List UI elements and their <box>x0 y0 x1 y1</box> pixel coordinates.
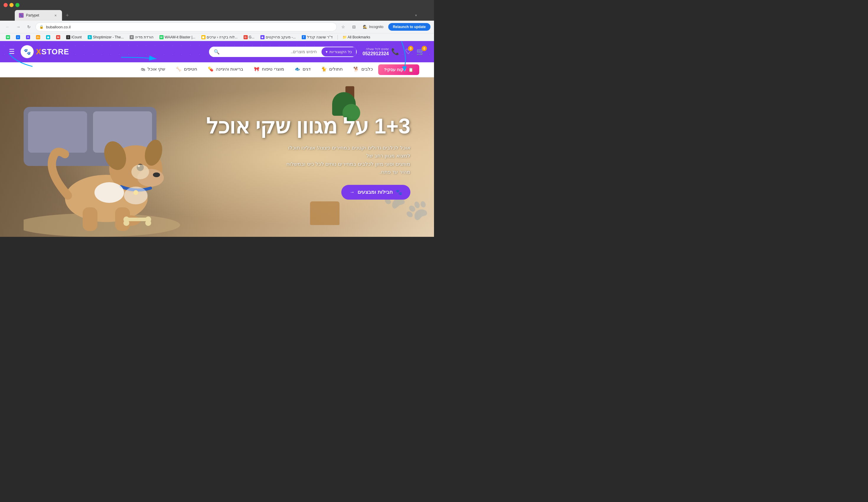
bookmarks-separator <box>338 35 338 40</box>
luach-label: לוח בקרה ‹ ערכים... <box>207 35 238 39</box>
phone-label: זמינים לכל שאלה <box>363 47 389 51</box>
nav-item-snacks[interactable]: חטיפים 🦴 <box>170 62 203 77</box>
business-label: לקוח עסקי? <box>384 67 406 72</box>
tab-expand-button[interactable]: ▾ <box>413 10 419 21</box>
forward-button[interactable]: → <box>14 23 22 31</box>
cta-paw-icon: 🐾 <box>396 189 402 195</box>
browser-chrome: 🐾 Partypet ✕ + ▾ ← → ↻ 🔒 buballoon.co.il <box>0 0 434 41</box>
docs-favicon: ≡ <box>16 35 20 39</box>
ext2-favicon: ◉ <box>46 35 50 39</box>
hamburger-menu[interactable]: ☰ <box>9 48 15 55</box>
svg-point-13 <box>131 164 149 179</box>
cats-label: חתולים <box>329 66 343 72</box>
refresh-icon: ↻ <box>27 24 31 29</box>
logo-icon: 🐾 <box>21 45 34 58</box>
hero-title: 1+3 על מגוון שקי אוכל <box>206 115 410 138</box>
basket-decoration <box>310 202 340 225</box>
bookmarks-bar: W ≡ ✦ 21 ◉ M i iCount S Shopti <box>0 33 434 41</box>
svg-point-23 <box>94 182 124 203</box>
bookmark-whatsapp[interactable]: W <box>3 34 12 40</box>
bookmark-shoptimizer[interactable]: S Shoptimizer - The... <box>85 34 126 40</box>
bookmark-waam[interactable]: W WAAM-it Blaster |... <box>157 34 198 40</box>
search-input[interactable] <box>224 47 321 57</box>
hero-banner: 1+3 על מגוון שקי אוכל אוכל לכלבים גדולים… <box>0 78 434 237</box>
category-text: כל הקטגוריות <box>330 50 352 54</box>
address-bar[interactable]: 🔒 buballoon.co.il <box>35 22 337 31</box>
bookmark-facebook[interactable]: f ד"ר שושנה קנדל <box>299 34 335 40</box>
bookmark-docs[interactable]: ≡ <box>13 34 22 40</box>
star-button[interactable]: ☆ <box>339 23 348 31</box>
hero-subtitle-line1: אוכל לכלבים גדולים וקטנים במחירים פצצה! … <box>288 145 410 158</box>
dog-illustration <box>24 83 189 237</box>
bookmark-calendar[interactable]: 21 <box>34 34 42 40</box>
svg-point-19 <box>123 220 129 226</box>
bookmark-gmail[interactable]: M <box>54 34 63 40</box>
health-icon: 💊 <box>208 66 214 72</box>
svg-point-21 <box>145 220 151 226</box>
site-logo[interactable]: XSTORE 🐾 <box>21 45 69 58</box>
header-phone: זמינים לכל שאלה 0522912324 📞 <box>363 47 399 57</box>
hordat-label: הורדת מדיה <box>135 35 153 39</box>
fish-label: דגים <box>303 66 311 72</box>
tab-title: Partypet <box>26 13 51 18</box>
hero-cta-button[interactable]: 🐾 חבילות ומבצעים → <box>341 185 410 199</box>
bookmark-all[interactable]: 📁 All Bookmarks <box>340 34 373 40</box>
new-tab-button[interactable]: + <box>63 11 71 20</box>
luach-favicon: ▦ <box>202 35 206 39</box>
wishlist-button[interactable]: ♡ 0 <box>405 48 412 56</box>
nav-item-health[interactable]: בריאות והיגיינה 💊 <box>203 62 249 77</box>
svg-rect-14 <box>83 207 97 231</box>
cart-button[interactable]: 🛒 0 <box>416 48 425 56</box>
forward-icon: → <box>16 24 20 29</box>
bookmark-maakev[interactable]: ◈ מעקב פרויקטים -... <box>258 34 298 40</box>
food-icon: 🛍 <box>141 67 145 72</box>
maakev-favicon: ◈ <box>260 35 265 39</box>
refresh-button[interactable]: ↻ <box>25 23 33 31</box>
back-icon: ← <box>6 24 10 29</box>
facebook-favicon: f <box>302 35 306 39</box>
bookmark-ext1[interactable]: ✦ <box>24 34 32 40</box>
search-button[interactable]: 🔍 <box>209 47 224 57</box>
bookmark-icount[interactable]: i iCount <box>64 34 84 40</box>
bookmark-hordat[interactable]: ▼ הורדת מדיה <box>127 34 156 40</box>
title-bar <box>0 0 434 10</box>
nav-item-grooming[interactable]: מוצרי טיפוח 🎀 <box>249 62 289 77</box>
search-icon: 🔍 <box>214 49 220 54</box>
logo-store: STORE <box>41 47 69 56</box>
nav-item-food[interactable]: שקי אוכל 🛍 <box>135 62 170 77</box>
bookmark-luach[interactable]: ▦ לוח בקרה ‹ ערכים... <box>199 34 240 40</box>
nav-item-dogs[interactable]: כלבים 🐕 <box>348 62 378 77</box>
hero-content: 1+3 על מגוון שקי אוכל אוכל לכלבים גדולים… <box>206 115 410 199</box>
close-window-button[interactable] <box>3 3 8 7</box>
svg-rect-17 <box>127 218 148 221</box>
nav-bar: ← → ↻ 🔒 buballoon.co.il ☆ ⊟ 🕵 Incognito … <box>0 21 434 33</box>
header-icons: 🛒 0 ♡ 0 <box>405 48 425 56</box>
relaunch-button[interactable]: Relaunch to update <box>388 23 431 31</box>
bookmark-google[interactable]: G G... <box>241 34 257 40</box>
grooming-label: מוצרי טיפוח <box>262 66 284 72</box>
snacks-icon: 🦴 <box>176 66 182 72</box>
minimize-window-button[interactable] <box>9 3 13 7</box>
active-tab[interactable]: 🐾 Partypet ✕ <box>15 10 62 21</box>
icount-label: iCount <box>71 35 82 39</box>
search-category-select[interactable]: כל הקטגוריות ▾ <box>321 47 356 57</box>
cats-icon: 🐈 <box>321 66 327 72</box>
bookmark-ext2[interactable]: ◉ <box>44 34 53 40</box>
nav-item-cats[interactable]: חתולים 🐈 <box>316 62 348 77</box>
dogs-label: כלבים <box>361 66 373 72</box>
food-label: שקי אוכל <box>148 66 165 72</box>
back-button[interactable]: ← <box>3 23 12 31</box>
calendar-favicon: 21 <box>36 35 40 39</box>
traffic-lights <box>3 3 20 7</box>
site-header: 🛒 0 ♡ 0 זמינים לכל שאלה 0522912324 📞 <box>0 41 434 62</box>
maximize-window-button[interactable] <box>16 3 20 7</box>
nav-item-fish[interactable]: דגים 🐟 <box>289 62 316 77</box>
waam-favicon: W <box>159 35 164 39</box>
hordat-favicon: ▼ <box>130 35 134 39</box>
wishlist-badge: 0 <box>408 46 413 51</box>
url-text: buballoon.co.il <box>46 25 333 29</box>
split-view-button[interactable]: ⊟ <box>350 23 358 31</box>
tab-close-button[interactable]: ✕ <box>53 13 58 18</box>
business-button[interactable]: 📋 לקוח עסקי? <box>378 64 419 75</box>
cart-badge: 0 <box>422 46 427 51</box>
